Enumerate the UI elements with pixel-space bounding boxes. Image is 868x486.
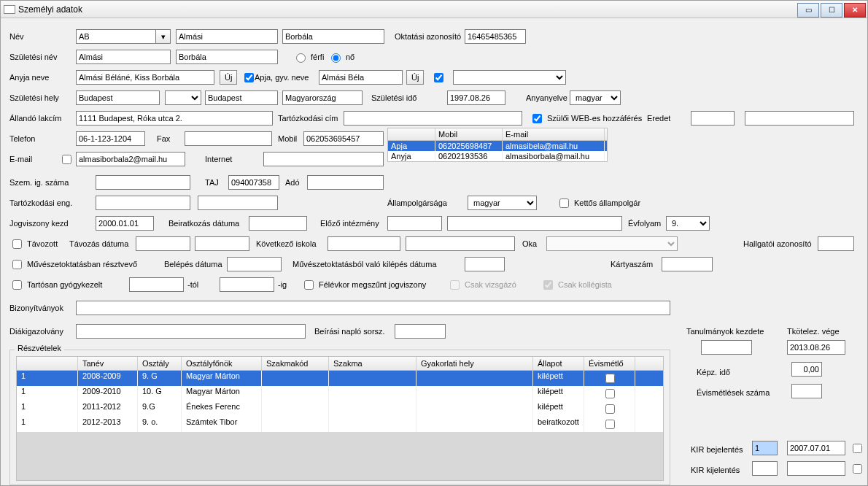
radio-ferfi[interactable] bbox=[296, 53, 306, 63]
evismetlo-checkbox[interactable] bbox=[605, 404, 615, 414]
belepes-input[interactable] bbox=[227, 257, 282, 271]
szul-ido-input[interactable] bbox=[447, 90, 505, 105]
szul-orszag-input[interactable] bbox=[282, 90, 363, 105]
checkbox-kir-be[interactable] bbox=[853, 444, 862, 453]
eredet-input2[interactable] bbox=[745, 111, 854, 126]
dropdown-button[interactable]: ▾ bbox=[156, 29, 171, 44]
label-beiratkozas: Beiratkozás dátuma bbox=[168, 219, 239, 228]
internet-input[interactable] bbox=[263, 152, 384, 166]
evismetlo-checkbox[interactable] bbox=[605, 389, 615, 398]
uj-button-1[interactable]: Új bbox=[220, 70, 237, 85]
maximize-button[interactable]: ☐ bbox=[821, 3, 842, 18]
kartyaszam-input[interactable] bbox=[662, 257, 713, 271]
tartozkodasi-cim-input[interactable] bbox=[344, 111, 522, 126]
allampolg-select[interactable]: magyar bbox=[468, 196, 537, 210]
checkbox-muveszet[interactable] bbox=[12, 260, 22, 269]
szemig-input[interactable] bbox=[96, 175, 190, 190]
elozo-int-input2[interactable] bbox=[447, 216, 622, 231]
taj-input[interactable] bbox=[228, 175, 279, 190]
bizonyitvanyok-input[interactable] bbox=[76, 301, 670, 315]
contacts-row[interactable]: Apja 062025698487 almasibela@mail.hu bbox=[388, 141, 607, 151]
fax-input[interactable] bbox=[185, 131, 272, 146]
nev-keresztnev-input[interactable] bbox=[282, 29, 384, 44]
kir-ki-input1[interactable] bbox=[752, 461, 778, 476]
checkbox-email[interactable] bbox=[62, 155, 71, 164]
tartozkodasi-eng-input2[interactable] bbox=[198, 196, 278, 210]
checkbox-tavozott[interactable] bbox=[12, 239, 22, 249]
evismet-input[interactable] bbox=[791, 384, 822, 398]
tartos-ig-input[interactable] bbox=[220, 277, 274, 292]
grid-header-of[interactable]: Osztályfőnök bbox=[182, 357, 262, 370]
label-apja-gyv: Apja, gyv. neve bbox=[255, 73, 309, 82]
nev-vezeteknev-input[interactable] bbox=[176, 29, 278, 44]
szulnev-vez-input[interactable] bbox=[76, 50, 171, 64]
checkbox-kir-ki[interactable] bbox=[853, 464, 862, 474]
contacts-table: Mobil E-mail Apja 062025698487 almasibel… bbox=[387, 128, 608, 162]
apja-neve-input[interactable] bbox=[319, 70, 403, 85]
oktatasi-azonosito-input[interactable] bbox=[465, 29, 526, 44]
checkbox-szuloi-web[interactable] bbox=[532, 114, 542, 123]
label-bizonyitvanyok: Bizonyítványok bbox=[9, 304, 63, 312]
label-elozo: Előző intézmény bbox=[320, 219, 379, 228]
grid-header-gyh[interactable]: Gyakorlati hely bbox=[416, 357, 533, 370]
grid-header-allapot[interactable]: Állapot bbox=[533, 357, 584, 370]
kov-iskola-input2[interactable] bbox=[406, 236, 515, 251]
telefon-input[interactable] bbox=[76, 131, 145, 146]
table-row[interactable]: 12011-20129.GÉnekes Ferenckilépett bbox=[17, 401, 663, 417]
lakcim-input[interactable] bbox=[76, 111, 273, 126]
beirasi-input[interactable] bbox=[395, 324, 446, 339]
szulhely-varos2-input[interactable] bbox=[205, 90, 278, 105]
table-row[interactable]: 12012-20139. o.Számtek Tiborbeiratkozott bbox=[17, 417, 663, 432]
email-input[interactable] bbox=[76, 152, 185, 166]
szulnev-ker-input[interactable] bbox=[176, 50, 278, 64]
grid-header-tanev[interactable]: Tanév bbox=[78, 357, 138, 370]
hallgatoi-input[interactable] bbox=[818, 236, 854, 251]
muveszkilep-input[interactable] bbox=[465, 257, 505, 271]
anyanyelve-select[interactable]: magyar bbox=[570, 90, 621, 105]
diak-input[interactable] bbox=[76, 324, 306, 339]
kir-ki-input2[interactable] bbox=[787, 461, 845, 476]
select-1[interactable] bbox=[453, 70, 566, 85]
eredet-input1[interactable] bbox=[691, 111, 735, 126]
ado-input[interactable] bbox=[307, 175, 384, 190]
elozo-int-input1[interactable] bbox=[387, 216, 442, 231]
szulhely-input[interactable] bbox=[76, 90, 160, 105]
szulhely-select[interactable] bbox=[165, 90, 201, 105]
nev-prefix-input[interactable] bbox=[76, 29, 156, 44]
grid-header-szakma[interactable]: Szakma bbox=[329, 357, 416, 370]
checkbox-apja-gyv[interactable] bbox=[244, 73, 254, 82]
tanul-kezd-input[interactable] bbox=[701, 340, 752, 355]
radio-no[interactable] bbox=[331, 53, 341, 63]
kov-iskola-input1[interactable] bbox=[328, 236, 400, 251]
contacts-row[interactable]: Anyja 06202193536 almasiborbala@mail.hu bbox=[388, 151, 607, 161]
beiratkozas-input[interactable] bbox=[249, 216, 307, 231]
label-hallgatoi: Hallgatói azonosító bbox=[743, 239, 812, 248]
evfolyam-select[interactable]: 9. bbox=[666, 216, 710, 231]
checkbox-felevkor[interactable] bbox=[304, 280, 314, 290]
kepz-ido-input[interactable] bbox=[791, 362, 822, 377]
grid-header-evismetlo[interactable]: Évismétlő bbox=[584, 357, 635, 370]
tavozas-datum-input[interactable] bbox=[136, 236, 190, 251]
close-button[interactable]: ✕ bbox=[844, 3, 866, 18]
kir-be-input1[interactable] bbox=[752, 441, 778, 455]
checkbox-kettos[interactable] bbox=[559, 198, 569, 208]
grid-header-osztaly[interactable]: Osztály bbox=[138, 357, 182, 370]
checkbox-2[interactable] bbox=[434, 73, 443, 82]
jogviszony-input[interactable] bbox=[96, 216, 154, 231]
kir-be-input2[interactable] bbox=[787, 441, 845, 455]
mobil-input[interactable] bbox=[303, 131, 384, 146]
tartos-tol-input[interactable] bbox=[129, 277, 184, 292]
tavozas-datum-input2[interactable] bbox=[195, 236, 249, 251]
table-row[interactable]: 12008-20099. GMagyar Mártonkilépett bbox=[17, 371, 663, 386]
minimize-button[interactable]: ▭ bbox=[797, 3, 819, 18]
anyja-neve-input[interactable] bbox=[76, 70, 214, 85]
oka-select[interactable] bbox=[546, 236, 678, 251]
checkbox-tartos[interactable] bbox=[12, 280, 22, 290]
tartozkodasi-eng-input[interactable] bbox=[96, 196, 190, 210]
uj-button-2[interactable]: Új bbox=[406, 70, 424, 85]
evismetlo-checkbox[interactable] bbox=[605, 374, 615, 383]
evismetlo-checkbox[interactable] bbox=[605, 420, 615, 429]
grid-header-szakmakod[interactable]: Szakmakód bbox=[262, 357, 329, 370]
table-row[interactable]: 12009-201010. GMagyar Mártonkilépett bbox=[17, 386, 663, 401]
tkotelez-input[interactable] bbox=[787, 340, 845, 355]
